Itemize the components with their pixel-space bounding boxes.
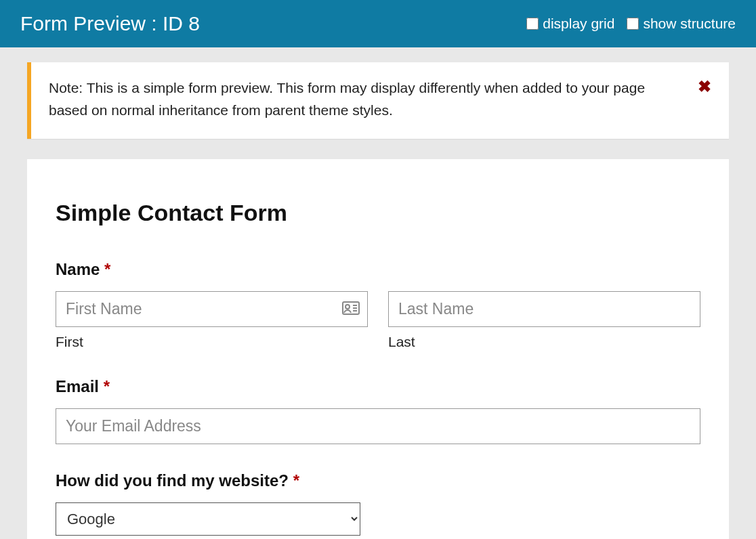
notice-text: Note: This is a simple form preview. Thi… <box>49 77 698 121</box>
first-name-input[interactable] <box>56 291 368 327</box>
page-header: Form Preview : ID 8 display grid show st… <box>0 0 756 47</box>
email-field: Email * <box>56 377 700 444</box>
display-grid-checkbox[interactable] <box>526 18 539 30</box>
required-mark: * <box>104 260 110 278</box>
close-icon[interactable]: ✖ <box>698 77 711 95</box>
first-name-wrapper <box>56 291 368 327</box>
preview-notice: Note: This is a simple form preview. Thi… <box>27 62 729 139</box>
referral-label: How did you find my website? * <box>56 471 700 490</box>
form-container: Simple Contact Form Name * <box>27 159 729 539</box>
show-structure-label: show structure <box>643 16 736 32</box>
name-label-text: Name <box>56 260 100 278</box>
first-name-col: First <box>56 291 368 350</box>
header-options: display grid show structure <box>526 16 736 32</box>
email-input[interactable] <box>56 408 700 444</box>
referral-label-text: How did you find my website? <box>56 471 289 490</box>
contact-card-icon <box>342 301 360 318</box>
display-grid-option[interactable]: display grid <box>526 16 614 32</box>
email-label: Email * <box>56 377 700 396</box>
required-mark: * <box>104 377 110 395</box>
first-name-sublabel: First <box>56 334 368 350</box>
email-label-text: Email <box>56 377 99 395</box>
svg-point-1 <box>345 305 350 309</box>
display-grid-label: display grid <box>543 16 614 32</box>
referral-field: How did you find my website? * Google <box>56 471 700 536</box>
page-title: Form Preview : ID 8 <box>20 12 200 35</box>
name-row: First Last <box>56 291 700 350</box>
name-field: Name * <box>56 260 700 350</box>
show-structure-option[interactable]: show structure <box>627 16 736 32</box>
last-name-sublabel: Last <box>388 334 700 350</box>
show-structure-checkbox[interactable] <box>627 18 639 30</box>
required-mark: * <box>293 471 299 490</box>
last-name-col: Last <box>388 291 700 350</box>
form-title: Simple Contact Form <box>56 200 700 226</box>
referral-select[interactable]: Google <box>56 502 360 536</box>
last-name-input[interactable] <box>388 291 700 327</box>
name-label: Name * <box>56 260 700 279</box>
